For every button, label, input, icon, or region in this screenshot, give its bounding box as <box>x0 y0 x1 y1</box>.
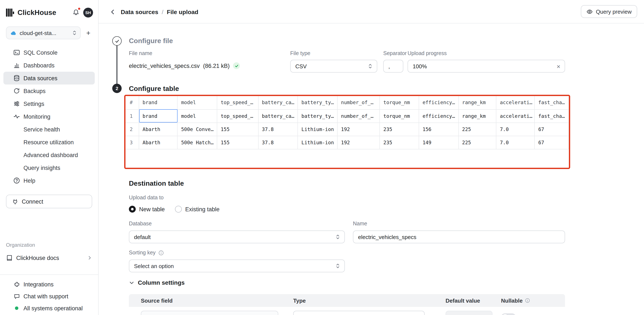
preview-cell[interactable]: 192 <box>337 136 380 149</box>
preview-cell[interactable]: Lithium-ion <box>298 136 337 149</box>
preview-cell[interactable]: battery_ty… <box>298 109 337 122</box>
query-preview-button[interactable]: Query preview <box>581 5 637 18</box>
preview-cell[interactable]: efficiency… <box>419 109 458 122</box>
radio-existing-table[interactable] <box>175 206 182 212</box>
preview-cell[interactable]: 67 <box>535 122 569 136</box>
sidebar-item-advanced-dashboard[interactable]: Advanced dashboard <box>4 148 95 161</box>
radio-new-table-label[interactable]: New table <box>139 206 165 212</box>
upload-progress-value: 100% <box>413 63 427 69</box>
breadcrumb-data-sources[interactable]: Data sources <box>121 8 158 15</box>
preview-cell[interactable]: 7.0 <box>496 136 535 149</box>
back-button[interactable] <box>109 8 116 16</box>
nullable-toggle[interactable] <box>501 313 516 315</box>
preview-cell[interactable]: 155 <box>217 136 258 149</box>
radio-new-table[interactable] <box>129 206 136 212</box>
preview-cell[interactable]: 225 <box>458 136 496 149</box>
destination-table-title: Destination table <box>129 180 184 188</box>
sidebar-item-integrations[interactable]: Integrations <box>0 278 98 290</box>
default-value-input[interactable] <box>446 311 492 315</box>
sidebar-item-docs[interactable]: ClickHouse docs <box>0 252 98 264</box>
preview-cell[interactable]: Abarth <box>139 136 178 149</box>
preview-cell[interactable]: 500e Conve… <box>178 122 217 136</box>
upload-progress-input[interactable]: 100% × <box>408 60 565 72</box>
preview-cell[interactable]: brand <box>139 109 178 122</box>
database-value: default <box>134 234 336 240</box>
breadcrumb-file-upload: File upload <box>167 8 198 15</box>
sidebar-item-service-health[interactable]: Service health <box>4 123 95 136</box>
preview-cell[interactable]: 37.8 <box>258 136 298 149</box>
source-field-input[interactable]: brand <box>141 311 278 315</box>
preview-cell[interactable]: accelerati… <box>496 109 535 122</box>
preview-cell: 3 <box>126 136 139 149</box>
nullable-header: Nullable <box>501 297 522 304</box>
column-settings-toggle[interactable]: Column settings <box>129 279 184 286</box>
preview-cell[interactable]: 149 <box>419 136 458 149</box>
database-select[interactable]: default <box>129 230 345 243</box>
sidebar-item-query-insights[interactable]: Query insights <box>4 161 95 174</box>
preview-cell[interactable]: 37.8 <box>258 122 298 136</box>
radio-existing-table-label[interactable]: Existing table <box>185 206 220 212</box>
preview-cell[interactable]: model <box>178 109 217 122</box>
info-icon[interactable] <box>158 250 164 256</box>
table-name-input[interactable]: electric_vehicles_specs <box>353 230 565 243</box>
sidebar-item-settings[interactable]: Settings <box>4 97 95 110</box>
sidebar-item-backups[interactable]: Backups <box>4 84 95 97</box>
database-icon <box>13 75 20 82</box>
service-selector[interactable]: cloud-get-sta... <box>6 26 81 39</box>
preview-cell[interactable]: 156 <box>419 122 458 136</box>
preview-cell[interactable]: 225 <box>458 122 496 136</box>
connect-button[interactable]: Connect <box>6 195 92 208</box>
step-1-indicator <box>112 36 122 46</box>
column-settings-table: Source field Type Default value Nullable… <box>129 294 565 315</box>
upload-progress-label: Upload progress <box>408 50 446 56</box>
remove-column-icon[interactable]: × <box>553 314 556 315</box>
preview-col-header: fast_cha… <box>535 96 569 109</box>
preview-cell[interactable]: 235 <box>380 122 419 136</box>
sorting-key-select[interactable]: Select an option <box>129 260 345 272</box>
preview-cell[interactable]: 7.0 <box>496 122 535 136</box>
preview-cell[interactable]: top_speed_… <box>217 109 258 122</box>
preview-cell[interactable]: range_km <box>458 109 496 122</box>
add-service-button[interactable]: + <box>83 27 94 38</box>
eye-icon <box>586 8 593 15</box>
preview-cell[interactable]: battery_ca… <box>258 109 298 122</box>
breadcrumb-separator: / <box>162 8 164 15</box>
sidebar-item-chat-support[interactable]: Chat with support <box>0 290 98 302</box>
preview-col-header: battery_ty… <box>298 96 337 109</box>
system-status[interactable]: All systems operational <box>0 302 98 314</box>
chevron-updown-icon <box>72 30 77 36</box>
clear-icon[interactable]: × <box>556 63 560 69</box>
file-type-select[interactable]: CSV <box>290 60 377 72</box>
sidebar-item-resource-utilization[interactable]: Resource utilization <box>4 136 95 148</box>
preview-cell[interactable]: Abarth <box>139 122 178 136</box>
avatar[interactable]: SH <box>83 8 93 17</box>
sidebar-item-label: SQL Console <box>24 49 58 56</box>
chevron-updown-icon <box>336 263 340 269</box>
preview-cell[interactable]: fast_cha… <box>535 109 569 122</box>
preview-cell[interactable]: 235 <box>380 136 419 149</box>
sidebar-item-help[interactable]: Help <box>4 174 95 187</box>
preview-cell[interactable]: 192 <box>337 122 380 136</box>
preview-cell[interactable]: torque_nm <box>380 109 419 122</box>
preview-cell[interactable]: Lithium-ion <box>298 122 337 136</box>
preview-cell[interactable]: number_of_… <box>337 109 380 122</box>
type-select[interactable]: String <box>293 311 425 315</box>
info-icon[interactable] <box>525 298 530 303</box>
type-header: Type <box>293 297 446 304</box>
sidebar-item-data-sources[interactable]: Data sources <box>4 72 95 84</box>
sidebar-item-monitoring[interactable]: Monitoring <box>4 110 95 123</box>
chevron-down-icon <box>129 280 134 285</box>
file-type-label: File type <box>290 50 310 56</box>
step-2-indicator: 2 <box>112 84 122 93</box>
separator-input[interactable]: , <box>383 60 403 72</box>
backup-icon <box>13 88 20 94</box>
notifications-bell-icon[interactable] <box>72 8 80 16</box>
activity-icon <box>13 113 20 120</box>
preview-cell[interactable]: 67 <box>535 136 569 149</box>
table-name-value: electric_vehicles_specs <box>358 234 416 240</box>
sidebar-item-dashboards[interactable]: Dashboards <box>4 59 95 72</box>
preview-cell[interactable]: 500e Hatch… <box>178 136 217 149</box>
sidebar-item-sql-console[interactable]: SQL Console <box>4 46 95 59</box>
preview-cell[interactable]: 155 <box>217 122 258 136</box>
cloud-icon <box>10 30 17 36</box>
